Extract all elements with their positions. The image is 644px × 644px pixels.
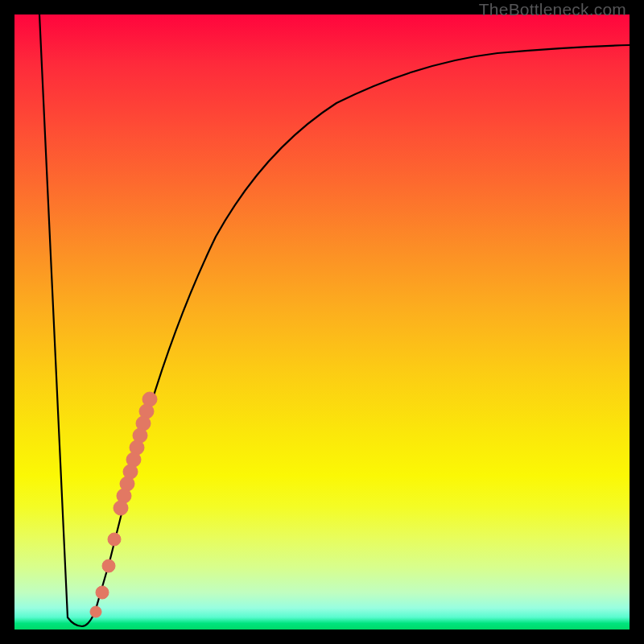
svg-point-12 bbox=[96, 586, 109, 599]
plot-area bbox=[14, 14, 630, 630]
curve-layer bbox=[14, 14, 630, 630]
highlight-markers bbox=[90, 392, 157, 617]
bottleneck-curve-path bbox=[39, 14, 630, 626]
svg-point-10 bbox=[108, 533, 121, 546]
svg-point-13 bbox=[90, 606, 101, 617]
chart-frame: TheBottleneck.com bbox=[0, 0, 644, 644]
svg-point-11 bbox=[102, 559, 115, 572]
watermark-text: TheBottleneck.com bbox=[479, 0, 626, 19]
svg-point-9 bbox=[114, 501, 128, 515]
